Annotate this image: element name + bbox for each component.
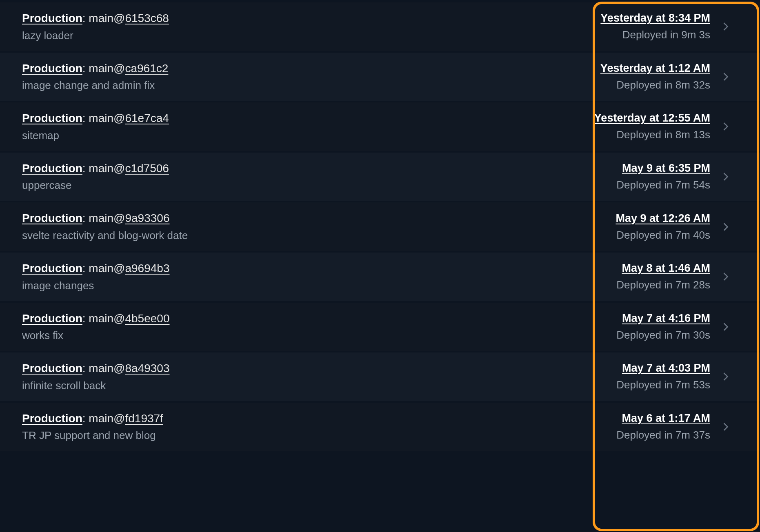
chevron-right-icon[interactable] [720, 421, 731, 432]
commit-hash-link[interactable]: fd1937f [125, 412, 163, 425]
deployment-meta: May 7 at 4:03 PM Deployed in 7m 53s [616, 362, 731, 391]
environment-link[interactable]: Production [22, 362, 82, 375]
deployment-row[interactable]: Production: main@fd1937f TR JP support a… [0, 403, 760, 451]
commit-message: TR JP support and new blog [22, 429, 163, 442]
commit-message: sitemap [22, 129, 169, 142]
deployment-meta: May 8 at 1:46 AM Deployed in 7m 28s [616, 262, 731, 291]
deployment-row[interactable]: Production: main@c1d7506 uppercase May 9… [0, 153, 760, 201]
deploy-duration: Deployed in 8m 32s [616, 79, 710, 91]
environment-link[interactable]: Production [22, 312, 82, 325]
deploy-timestamp-link[interactable]: May 6 at 1:17 AM [622, 412, 710, 425]
chevron-right-icon[interactable] [720, 171, 731, 182]
commit-hash-link[interactable]: 6153c68 [125, 12, 169, 24]
commit-hash-link[interactable]: a9694b3 [125, 262, 169, 275]
chevron-right-icon[interactable] [720, 121, 731, 132]
branch-prefix: main@ [89, 362, 125, 375]
deploy-duration: Deployed in 7m 40s [616, 229, 710, 242]
colon: : [82, 162, 89, 175]
deploy-timestamp-link[interactable]: May 9 at 12:26 AM [616, 212, 710, 225]
branch-prefix: main@ [89, 312, 125, 325]
colon: : [82, 12, 89, 24]
commit-hash-link[interactable]: 8a49303 [125, 362, 169, 375]
deploy-timestamp-link[interactable]: May 7 at 4:03 PM [622, 362, 710, 375]
chevron-right-icon[interactable] [720, 321, 731, 332]
colon: : [82, 312, 89, 325]
commit-message: svelte reactivity and blog-work date [22, 229, 188, 242]
deployment-info: Production: main@c1d7506 uppercase [22, 162, 169, 192]
deployment-row[interactable]: Production: main@4b5ee00 works fix May 7… [0, 303, 760, 351]
deploy-duration: Deployed in 7m 53s [616, 379, 710, 391]
branch-prefix: main@ [89, 62, 125, 75]
deployment-row[interactable]: Production: main@6153c68 lazy loader Yes… [0, 2, 760, 51]
deployment-meta: Yesterday at 12:55 AM Deployed in 8m 13s [594, 112, 731, 141]
colon: : [82, 112, 89, 124]
environment-link[interactable]: Production [22, 162, 82, 175]
deploy-duration: Deployed in 9m 3s [622, 29, 710, 41]
deployment-row[interactable]: Production: main@61e7ca4 sitemap Yesterd… [0, 102, 760, 151]
deployment-meta: May 9 at 12:26 AM Deployed in 7m 40s [616, 212, 731, 242]
commit-message: lazy loader [22, 29, 169, 42]
deploy-timestamp-link[interactable]: Yesterday at 8:34 PM [600, 12, 710, 24]
deploy-duration: Deployed in 8m 13s [616, 129, 710, 141]
deployment-meta: May 6 at 1:17 AM Deployed in 7m 37s [616, 412, 731, 441]
colon: : [82, 412, 89, 425]
commit-message: uppercase [22, 179, 169, 192]
deploy-duration: Deployed in 7m 28s [616, 279, 710, 291]
colon: : [82, 62, 89, 75]
deployment-row[interactable]: Production: main@9a93306 svelte reactivi… [0, 202, 760, 251]
environment-link[interactable]: Production [22, 262, 82, 275]
deployment-title: Production: main@c1d7506 [22, 162, 169, 175]
chevron-right-icon[interactable] [720, 71, 731, 82]
colon: : [82, 262, 89, 275]
deployment-title: Production: main@6153c68 [22, 11, 169, 25]
colon: : [82, 362, 89, 375]
branch-prefix: main@ [89, 212, 125, 224]
deployment-info: Production: main@9a93306 svelte reactivi… [22, 211, 188, 242]
deployment-meta: Yesterday at 8:34 PM Deployed in 9m 3s [600, 12, 731, 41]
commit-message: image changes [22, 279, 169, 292]
chevron-right-icon[interactable] [720, 221, 731, 233]
chevron-right-icon[interactable] [720, 21, 731, 32]
environment-link[interactable]: Production [22, 112, 82, 124]
deploy-timestamp-link[interactable]: May 9 at 6:35 PM [622, 162, 710, 175]
deployment-info: Production: main@8a49303 infinite scroll… [22, 361, 169, 392]
deployment-info: Production: main@ca961c2 image change an… [22, 62, 168, 92]
deployment-title: Production: main@8a49303 [22, 361, 169, 375]
deploy-duration: Deployed in 7m 37s [616, 429, 710, 441]
deployment-title: Production: main@61e7ca4 [22, 111, 169, 125]
commit-hash-link[interactable]: 9a93306 [125, 212, 169, 224]
branch-prefix: main@ [89, 412, 125, 425]
deployment-meta: Yesterday at 1:12 AM Deployed in 8m 32s [600, 62, 731, 91]
deploy-timestamp-link[interactable]: Yesterday at 1:12 AM [600, 62, 710, 75]
commit-hash-link[interactable]: 4b5ee00 [125, 312, 169, 325]
deploy-duration: Deployed in 7m 54s [616, 179, 710, 191]
branch-prefix: main@ [89, 112, 125, 124]
deployment-info: Production: main@a9694b3 image changes [22, 262, 169, 292]
deployment-row[interactable]: Production: main@8a49303 infinite scroll… [0, 352, 760, 401]
deploy-duration: Deployed in 7m 30s [616, 329, 710, 341]
deploy-timestamp-link[interactable]: May 8 at 1:46 AM [622, 262, 710, 275]
deployment-info: Production: main@6153c68 lazy loader [22, 11, 169, 42]
environment-link[interactable]: Production [22, 62, 82, 75]
deployments-list: Production: main@6153c68 lazy loader Yes… [0, 2, 760, 451]
commit-hash-link[interactable]: ca961c2 [125, 62, 168, 75]
deployment-info: Production: main@4b5ee00 works fix [22, 312, 169, 342]
environment-link[interactable]: Production [22, 412, 82, 425]
commit-message: works fix [22, 329, 169, 342]
deployment-title: Production: main@a9694b3 [22, 262, 169, 275]
deployment-title: Production: main@fd1937f [22, 412, 163, 426]
deployment-row[interactable]: Production: main@ca961c2 image change an… [0, 53, 760, 101]
chevron-right-icon[interactable] [720, 371, 731, 382]
chevron-right-icon[interactable] [720, 271, 731, 282]
deployment-title: Production: main@ca961c2 [22, 62, 168, 75]
commit-hash-link[interactable]: c1d7506 [125, 162, 169, 175]
deploy-timestamp-link[interactable]: Yesterday at 12:55 AM [594, 112, 710, 124]
environment-link[interactable]: Production [22, 12, 82, 24]
deployment-meta: May 7 at 4:16 PM Deployed in 7m 30s [616, 312, 731, 341]
deployment-info: Production: main@61e7ca4 sitemap [22, 111, 169, 142]
deployment-title: Production: main@4b5ee00 [22, 312, 169, 326]
deploy-timestamp-link[interactable]: May 7 at 4:16 PM [622, 312, 710, 325]
environment-link[interactable]: Production [22, 212, 82, 224]
commit-hash-link[interactable]: 61e7ca4 [125, 112, 169, 124]
deployment-row[interactable]: Production: main@a9694b3 image changes M… [0, 253, 760, 301]
